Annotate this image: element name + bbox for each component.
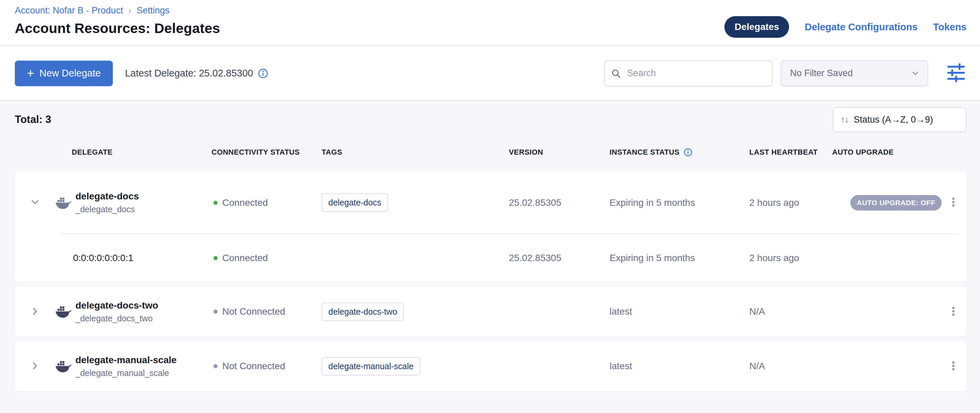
tag-chip: delegate-manual-scale [321, 357, 420, 376]
row-menu-button[interactable] [944, 302, 963, 321]
disconnected-dot-icon [213, 309, 218, 314]
chevron-down-icon [950, 115, 958, 124]
row-menu-button[interactable] [944, 193, 963, 212]
collapse-row-button[interactable] [29, 196, 41, 209]
connectivity-cell: Connected [212, 253, 321, 263]
kebab-icon [948, 360, 959, 372]
delegate-hostname: _delegate_docs_two [75, 314, 158, 324]
delegate-name: delegate-docs-two [75, 300, 158, 311]
tag-chip: delegate-docs-two [321, 303, 404, 321]
connectivity-cell: Not Connected [212, 306, 321, 317]
version-cell: 25.02.85305 [509, 198, 609, 208]
instance-ip: 0:0:0:0:0:0:0:1 [55, 253, 212, 263]
column-header-last-heartbeat: LAST HEARTBEAT [749, 148, 832, 157]
page-header: Account: Nofar B - Product › Settings Ac… [0, 0, 980, 46]
new-delegate-button[interactable]: + New Delegate [15, 61, 113, 86]
summary-row: Total: 3 ↑↓ Status (A→Z, 0→9) [15, 107, 967, 132]
sort-arrows-icon: ↑↓ [841, 115, 848, 125]
connectivity-cell: Connected [212, 198, 321, 208]
delegates-list: delegate-docs _delegate_docs Connected d… [15, 172, 967, 391]
sort-label: Status (A→Z, 0→9) [854, 115, 933, 125]
connectivity-cell: Not Connected [212, 361, 321, 372]
delegate-name: delegate-docs [75, 191, 139, 202]
connected-dot-icon [213, 256, 218, 260]
tab-tokens[interactable]: Tokens [933, 22, 967, 33]
instance-status-cell: latest [609, 306, 749, 317]
expand-row-button[interactable] [29, 360, 41, 373]
page-title: Account Resources: Delegates [15, 21, 220, 37]
tab-delegates[interactable]: Delegates [724, 16, 789, 38]
chevron-right-icon [29, 306, 41, 317]
delegate-hostname: _delegate_manual_scale [75, 368, 177, 378]
breadcrumb-account-link[interactable]: Account: Nofar B - Product [15, 5, 123, 16]
connectivity-status: Connected [222, 253, 268, 263]
search-box [604, 60, 773, 86]
delegate-cell: delegate-manual-scale _delegate_manual_s… [55, 355, 212, 378]
connected-dot-icon [213, 201, 218, 205]
row-menu-button[interactable] [944, 357, 963, 376]
connectivity-status: Not Connected [222, 361, 285, 372]
delegate-name: delegate-manual-scale [75, 355, 177, 365]
delegates-page: Account: Nofar B - Product › Settings Ac… [0, 0, 980, 391]
toolbar: + New Delegate Latest Delegate: 25.02.85… [0, 46, 980, 101]
latest-delegate-text: Latest Delegate: 25.02.85300 [125, 68, 253, 79]
table-row[interactable]: delegate-manual-scale _delegate_manual_s… [15, 341, 967, 391]
latest-delegate: Latest Delegate: 25.02.85300 [125, 68, 268, 79]
plus-icon: + [27, 67, 34, 80]
chevron-down-icon [29, 196, 41, 208]
docker-icon [55, 305, 72, 318]
expand-row-button[interactable] [29, 306, 41, 318]
info-icon[interactable] [684, 148, 692, 157]
table-row[interactable]: delegate-docs-two _delegate_docs_two Not… [15, 287, 967, 336]
filter-icon[interactable] [946, 62, 967, 84]
breadcrumb-settings-link[interactable]: Settings [137, 5, 170, 16]
last-heartbeat-cell: N/A [749, 361, 832, 372]
column-header-tags: TAGS [321, 148, 509, 157]
last-heartbeat-cell: 2 hours ago [749, 253, 832, 263]
column-header-version: VERSION [509, 148, 609, 157]
auto-upgrade-badge: AUTO UPGRADE: OFF [850, 195, 942, 210]
sort-select[interactable]: ↑↓ Status (A→Z, 0→9) [832, 107, 967, 132]
delegates-content: Total: 3 ↑↓ Status (A→Z, 0→9) DELEGATE C… [0, 101, 980, 391]
instance-status-cell: Expiring in 5 months [609, 253, 749, 263]
tag-chip: delegate-docs [321, 193, 388, 212]
table-header: DELEGATE CONNECTIVITY STATUS TAGS VERSIO… [15, 142, 967, 163]
delegate-cell: delegate-docs _delegate_docs [55, 191, 212, 214]
last-heartbeat-cell: N/A [749, 306, 832, 317]
delegate-hostname: _delegate_docs [75, 204, 139, 214]
search-icon [611, 69, 621, 78]
breadcrumb-separator-icon: › [128, 5, 131, 16]
breadcrumb: Account: Nofar B - Product › Settings [15, 5, 220, 16]
version-cell: 25.02.85305 [509, 253, 609, 263]
delegate-card-delegate-docs: delegate-docs _delegate_docs Connected d… [15, 172, 967, 282]
view-tabs: Delegates Delegate Configurations Tokens [724, 16, 967, 38]
instance-row: 0:0:0:0:0:0:0:1 Connected 25.02.85305 Ex… [15, 234, 967, 282]
tab-delegate-configurations[interactable]: Delegate Configurations [805, 22, 917, 33]
column-header-connectivity-status: CONNECTIVITY STATUS [212, 148, 321, 157]
search-input[interactable] [604, 60, 773, 86]
toolbar-right: No Filter Saved [604, 60, 967, 86]
new-delegate-label: New Delegate [40, 68, 101, 79]
docker-icon [55, 196, 72, 209]
header-left: Account: Nofar B - Product › Settings Ac… [15, 5, 220, 37]
docker-icon [55, 359, 72, 373]
delegate-card-delegate-docs-two: delegate-docs-two _delegate_docs_two Not… [15, 287, 967, 336]
total-count: Total: 3 [15, 113, 51, 126]
column-header-delegate: DELEGATE [55, 148, 212, 157]
connectivity-status: Connected [222, 198, 268, 208]
column-header-instance-status: INSTANCE STATUS [609, 148, 749, 157]
last-heartbeat-cell: 2 hours ago [749, 198, 832, 208]
info-icon[interactable] [258, 69, 268, 78]
kebab-icon [948, 306, 959, 317]
instance-status-cell: Expiring in 5 months [609, 198, 749, 208]
saved-filter-label: No Filter Saved [790, 68, 853, 78]
chevron-down-icon [911, 69, 920, 78]
kebab-icon [948, 196, 959, 208]
delegate-cell: delegate-docs-two _delegate_docs_two [55, 300, 212, 324]
instance-status-cell: latest [609, 361, 749, 372]
table-row[interactable]: delegate-docs _delegate_docs Connected d… [15, 172, 967, 233]
delegate-card-delegate-manual-scale: delegate-manual-scale _delegate_manual_s… [15, 341, 967, 391]
column-header-auto-upgrade: AUTO UPGRADE [832, 148, 940, 157]
saved-filter-select[interactable]: No Filter Saved [781, 60, 928, 86]
disconnected-dot-icon [213, 364, 218, 368]
